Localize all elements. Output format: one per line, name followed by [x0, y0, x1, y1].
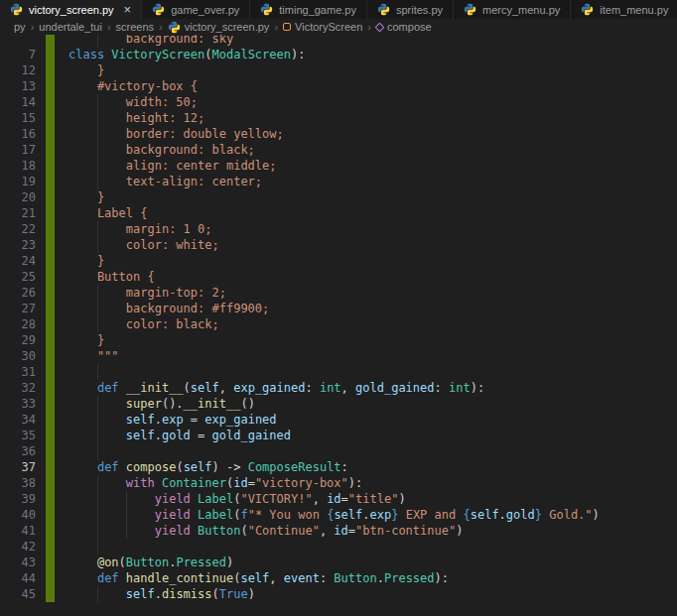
breadcrumb-separator-icon: › — [107, 21, 111, 33]
line-number: 13 — [0, 78, 46, 94]
code-line-30[interactable]: 30 """ — [0, 348, 677, 364]
indent-guide — [97, 412, 98, 428]
editor-tab-sprites-py[interactable]: sprites.py — [367, 0, 454, 19]
code-text: self.exp = exp_gained — [55, 412, 677, 428]
code-text: text-align: center; — [55, 174, 677, 189]
python-icon — [152, 3, 165, 16]
code-editor[interactable]: background: sky7class VictoryScreen(Moda… — [0, 35, 677, 616]
breadcrumb-separator-icon: › — [274, 21, 278, 33]
code-line-22[interactable]: 22 margin: 1 0; — [0, 221, 677, 237]
code-line-40[interactable]: 40 yield Label(f"* You won {self.exp} EX… — [0, 507, 677, 523]
line-number: 28 — [0, 316, 46, 332]
code-text: color: white; — [55, 237, 677, 253]
python-icon — [10, 3, 23, 16]
code-text: align: center middle; — [55, 158, 677, 174]
code-text: @on(Button.Pressed) — [55, 554, 677, 570]
line-number: 26 — [0, 285, 46, 301]
code-line-37[interactable]: 37 def compose(self) -> ComposeResult: — [0, 459, 677, 475]
code-line-33[interactable]: 33 super().__init__() — [0, 396, 677, 412]
line-number: 43 — [0, 554, 46, 570]
line-number: 44 — [0, 570, 46, 586]
code-line-42[interactable]: 42 — [0, 539, 677, 554]
line-number — [0, 35, 46, 47]
git-added-indicator — [46, 412, 55, 428]
git-added-indicator — [46, 205, 55, 221]
editor-tab-item-menu-py[interactable]: item_menu.py — [571, 0, 677, 19]
code-line-28[interactable]: 28 color: black; — [0, 316, 677, 332]
editor-tab-game-over-py[interactable]: game_over.py — [142, 0, 250, 19]
code-line-17[interactable]: 17 background: black; — [0, 142, 677, 158]
git-added-indicator — [46, 332, 55, 348]
code-line-7[interactable]: 7class VictoryScreen(ModalScreen): — [0, 47, 677, 62]
line-number: 19 — [0, 174, 46, 189]
code-line-27[interactable]: 27 background: #ff9900; — [0, 301, 677, 316]
breadcrumb-item-compose[interactable]: compose — [376, 21, 432, 33]
line-number: 45 — [0, 586, 46, 602]
code-line-partial[interactable]: background: sky — [0, 35, 677, 47]
git-added-indicator — [46, 475, 55, 491]
indent-guide — [97, 301, 98, 316]
code-line-25[interactable]: 25 Button { — [0, 269, 677, 285]
code-text — [55, 443, 677, 459]
editor-tab-mercy-menu-py[interactable]: mercy_menu.py — [454, 0, 571, 19]
indent-guide — [126, 523, 127, 539]
code-line-18[interactable]: 18 align: center middle; — [0, 158, 677, 174]
indent-guide — [97, 221, 98, 237]
breadcrumb-item-screens[interactable]: screens — [116, 21, 155, 33]
code-line-41[interactable]: 41 yield Button("Continue", id="btn-cont… — [0, 523, 677, 539]
indent-guide — [97, 285, 98, 301]
code-line-35[interactable]: 35 self.gold = gold_gained — [0, 428, 677, 443]
breadcrumb-item-undertale-tui[interactable]: undertale_tui — [39, 21, 102, 33]
indent-guide — [97, 142, 98, 158]
code-line-20[interactable]: 20 } — [0, 189, 677, 205]
code-line-15[interactable]: 15 height: 12; — [0, 110, 677, 126]
breadcrumb-label: undertale_tui — [39, 21, 102, 33]
editor-tab-victory-screen-py[interactable]: victory_screen.py× — [0, 0, 142, 19]
code-line-31[interactable]: 31 — [0, 364, 677, 380]
git-added-indicator — [46, 301, 55, 316]
code-line-14[interactable]: 14 width: 50; — [0, 94, 677, 110]
code-line-16[interactable]: 16 border: double yellow; — [0, 126, 677, 142]
indent-guide — [97, 523, 98, 539]
code-text: """ — [55, 348, 677, 364]
code-line-39[interactable]: 39 yield Label("VICTORY!", id="title") — [0, 491, 677, 507]
breadcrumb-item-VictoryScreen[interactable]: VictoryScreen — [283, 21, 362, 33]
indent-guide — [97, 364, 98, 380]
code-line-13[interactable]: 13 #victory-box { — [0, 78, 677, 94]
code-line-24[interactable]: 24 } — [0, 253, 677, 269]
code-line-12[interactable]: 12 } — [0, 62, 677, 78]
git-added-indicator — [46, 570, 55, 586]
python-icon — [168, 21, 181, 34]
code-line-19[interactable]: 19 text-align: center; — [0, 174, 677, 189]
indent-guide — [97, 443, 98, 459]
python-icon — [377, 3, 390, 16]
code-line-29[interactable]: 29 } — [0, 332, 677, 348]
code-line-21[interactable]: 21 Label { — [0, 205, 677, 221]
code-line-38[interactable]: 38 with Container(id="victory-box"): — [0, 475, 677, 491]
breadcrumb-label: compose — [387, 21, 432, 33]
line-number: 32 — [0, 380, 46, 396]
code-line-36[interactable]: 36 — [0, 443, 677, 459]
git-added-indicator — [46, 174, 55, 189]
breadcrumb: py›undertale_tui›screens›victory_screen.… — [0, 19, 677, 35]
breadcrumb-item-victory-screen-py[interactable]: victory_screen.py — [168, 21, 270, 34]
git-added-indicator — [46, 554, 55, 570]
code-line-45[interactable]: 45 self.dismiss(True) — [0, 586, 677, 602]
line-number: 7 — [0, 47, 46, 62]
breadcrumb-item-py[interactable]: py — [14, 21, 26, 33]
code-line-26[interactable]: 26 margin-top: 2; — [0, 285, 677, 301]
code-line-23[interactable]: 23 color: white; — [0, 237, 677, 253]
code-line-44[interactable]: 44 def handle_continue(self, event: Butt… — [0, 570, 677, 586]
code-text: } — [55, 253, 677, 269]
code-line-34[interactable]: 34 self.exp = exp_gained — [0, 412, 677, 428]
indent-guide — [97, 158, 98, 174]
code-line-32[interactable]: 32 def __init__(self, exp_gained: int, g… — [0, 380, 677, 396]
editor-tab-timing-game-py[interactable]: timing_game.py — [250, 0, 367, 19]
code-text: def __init__(self, exp_gained: int, gold… — [55, 380, 677, 396]
code-text: Button { — [55, 269, 677, 285]
close-tab-icon[interactable]: × — [124, 3, 132, 16]
code-line-43[interactable]: 43 @on(Button.Pressed) — [0, 554, 677, 570]
indent-guide — [97, 491, 98, 507]
git-added-indicator — [46, 539, 55, 554]
code-text: Label { — [55, 205, 677, 221]
